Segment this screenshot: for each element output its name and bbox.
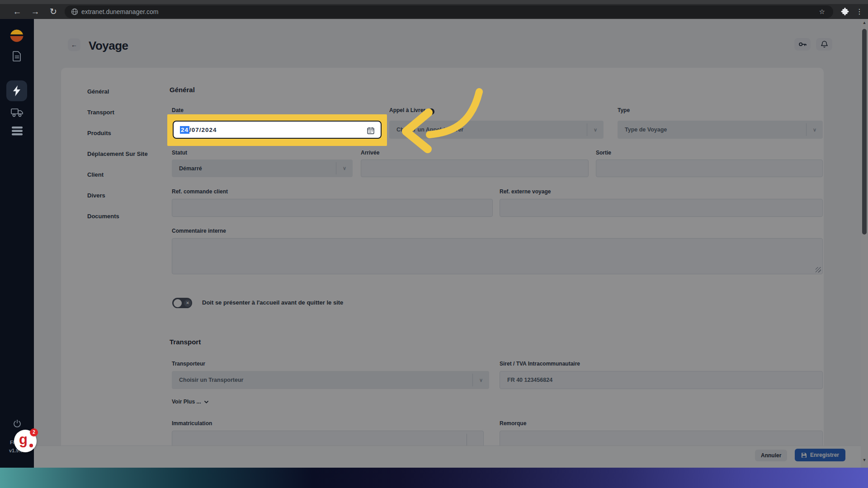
date-input[interactable]: 24/07/2024	[173, 121, 382, 139]
logout-power-icon[interactable]	[14, 420, 21, 427]
calendar-icon[interactable]	[367, 127, 374, 134]
url-text: extranet.dunemanager.com	[81, 5, 158, 18]
documents-icon[interactable]	[13, 51, 21, 61]
browser-toolbar: ← → ↻ ⌂ extranet.dunemanager.com ☆ ⋮	[0, 4, 868, 19]
extensions-puzzle-icon[interactable]	[841, 8, 849, 16]
browser-reload-button[interactable]: ↻	[47, 4, 60, 19]
bookmark-star-icon[interactable]: ☆	[819, 5, 825, 18]
address-bar[interactable]: extranet.dunemanager.com ☆	[65, 5, 833, 18]
bottom-gradient-bar	[0, 468, 868, 488]
list-queue-icon[interactable]	[12, 127, 23, 136]
date-selected-segment: 24	[180, 126, 189, 134]
date-value: 24/07/2024	[180, 127, 217, 133]
sidebar-item-voyages-active[interactable]	[6, 80, 27, 101]
lightning-icon	[13, 85, 20, 96]
recorder-step-count: 2	[30, 428, 38, 436]
app-sidebar: FR v1.9.0	[0, 19, 34, 468]
recorder-logo: g	[19, 432, 28, 448]
browser-menu-dots-icon[interactable]: ⋮	[856, 4, 863, 19]
browser-forward-button[interactable]: →	[28, 4, 42, 19]
browser-back-button[interactable]: ←	[10, 4, 24, 19]
site-globe-icon	[71, 8, 78, 15]
annotation-arrow	[380, 75, 502, 160]
dune-logo	[9, 28, 24, 43]
browser-tab-strip	[0, 0, 868, 4]
truck-icon[interactable]	[11, 108, 24, 117]
